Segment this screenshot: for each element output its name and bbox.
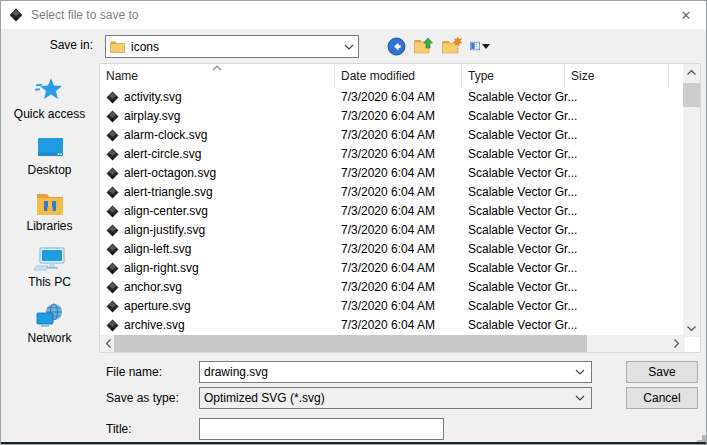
save-button[interactable]: Save (626, 361, 698, 383)
up-one-level-button[interactable] (414, 36, 434, 56)
file-row[interactable]: align-justify.svg 7/3/2020 6:04 AM Scala… (100, 221, 685, 240)
save-as-type-label: Save as type: (106, 391, 179, 405)
horizontal-scrollbar[interactable] (100, 335, 685, 352)
sidebar-item-label: Libraries (26, 219, 72, 233)
view-menu-caret-icon (482, 44, 490, 49)
sidebar-item-this-pc[interactable]: This PC (5, 241, 95, 297)
file-date-modified: 7/3/2020 6:04 AM (341, 166, 435, 180)
chevron-down-icon (575, 369, 585, 375)
file-name: align-left.svg (124, 242, 191, 256)
column-header-name[interactable]: Name (100, 64, 335, 88)
file-date-modified: 7/3/2020 6:04 AM (341, 128, 435, 142)
file-row[interactable]: anchor.svg 7/3/2020 6:04 AM Scalable Vec… (100, 278, 685, 297)
file-name: alert-circle.svg (124, 147, 201, 161)
file-name: activity.svg (124, 90, 182, 104)
titlebar: Select file to save to ✕ (1, 1, 706, 29)
column-separator[interactable] (334, 64, 335, 88)
file-type: Scalable Vector Gr... (468, 185, 577, 199)
scroll-up-arrow-icon[interactable] (683, 64, 700, 81)
file-row[interactable]: archive.svg 7/3/2020 6:04 AM Scalable Ve… (100, 316, 685, 335)
file-date-modified: 7/3/2020 6:04 AM (341, 204, 435, 218)
inkscape-file-icon (106, 319, 119, 332)
scroll-down-arrow-icon[interactable] (683, 320, 700, 337)
file-name: alarm-clock.svg (124, 128, 207, 142)
column-header-date-modified[interactable]: Date modified (335, 64, 462, 88)
navigation-toolbar (386, 34, 490, 58)
file-type: Scalable Vector Gr... (468, 242, 577, 256)
file-type: Scalable Vector Gr... (468, 147, 577, 161)
file-name: airplay.svg (124, 109, 180, 123)
sidebar-item-libraries[interactable]: Libraries (5, 185, 95, 241)
file-row[interactable]: align-right.svg 7/3/2020 6:04 AM Scalabl… (100, 259, 685, 278)
view-menu-button[interactable] (470, 36, 490, 56)
file-name-combobox[interactable]: drawing.svg (199, 361, 592, 383)
title-label: Title: (106, 422, 132, 436)
file-name-value: drawing.svg (204, 365, 268, 379)
file-name: alert-triangle.svg (124, 185, 213, 199)
file-row[interactable]: aperture.svg 7/3/2020 6:04 AM Scalable V… (100, 297, 685, 316)
cancel-button[interactable]: Cancel (626, 387, 698, 409)
file-type: Scalable Vector Gr... (468, 299, 577, 313)
inkscape-file-icon (106, 300, 119, 313)
back-icon (387, 37, 406, 56)
this-pc-icon (34, 241, 66, 273)
column-separator[interactable] (461, 64, 462, 88)
main-area: Quick access Desktop (1, 63, 706, 353)
sidebar-item-label: Network (27, 331, 71, 345)
column-separator[interactable] (668, 64, 669, 88)
new-folder-icon (442, 37, 462, 55)
sidebar-item-label: Desktop (27, 163, 71, 177)
column-header-type[interactable]: Type (462, 64, 565, 88)
file-date-modified: 7/3/2020 6:04 AM (341, 185, 435, 199)
title-input[interactable] (199, 418, 444, 440)
file-row[interactable]: alert-circle.svg 7/3/2020 6:04 AM Scalab… (100, 145, 685, 164)
file-type: Scalable Vector Gr... (468, 204, 577, 218)
desktop-icon (35, 129, 65, 161)
file-row[interactable]: alert-triangle.svg 7/3/2020 6:04 AM Scal… (100, 183, 685, 202)
save-in-combobox[interactable]: icons (105, 35, 359, 58)
file-date-modified: 7/3/2020 6:04 AM (341, 242, 435, 256)
sidebar-item-network[interactable]: Network (5, 297, 95, 353)
inkscape-file-icon (106, 167, 119, 180)
file-row[interactable]: align-left.svg 7/3/2020 6:04 AM Scalable… (100, 240, 685, 259)
file-name: align-center.svg (124, 204, 208, 218)
file-date-modified: 7/3/2020 6:04 AM (341, 299, 435, 313)
column-separator[interactable] (564, 64, 565, 88)
resize-grip[interactable] (694, 432, 702, 440)
save-in-row: Save in: icons (1, 29, 706, 63)
sidebar-item-label: Quick access (14, 107, 85, 121)
sidebar-item-desktop[interactable]: Desktop (5, 129, 95, 185)
sidebar-item-quick-access[interactable]: Quick access (5, 73, 95, 129)
file-date-modified: 7/3/2020 6:04 AM (341, 90, 435, 104)
file-date-modified: 7/3/2020 6:04 AM (341, 147, 435, 161)
back-button[interactable] (386, 36, 406, 56)
file-row[interactable]: alarm-clock.svg 7/3/2020 6:04 AM Scalabl… (100, 126, 685, 145)
file-row[interactable]: airplay.svg 7/3/2020 6:04 AM Scalable Ve… (100, 107, 685, 126)
file-name: alert-octagon.svg (124, 166, 216, 180)
file-row[interactable]: activity.svg 7/3/2020 6:04 AM Scalable V… (100, 88, 685, 107)
save-as-type-value: Optimized SVG (*.svg) (204, 391, 325, 405)
vertical-scroll-thumb[interactable] (683, 83, 700, 107)
inkscape-file-icon (106, 243, 119, 256)
file-date-modified: 7/3/2020 6:04 AM (341, 261, 435, 275)
file-date-modified: 7/3/2020 6:04 AM (341, 109, 435, 123)
close-button[interactable]: ✕ (666, 1, 706, 29)
horizontal-scroll-thumb[interactable] (114, 335, 587, 352)
file-name: align-right.svg (124, 261, 199, 275)
save-as-type-combobox[interactable]: Optimized SVG (*.svg) (199, 387, 592, 409)
file-list: Name Date modified Type Size (99, 63, 701, 353)
file-type: Scalable Vector Gr... (468, 109, 577, 123)
file-name: anchor.svg (124, 280, 182, 294)
save-file-dialog: Select file to save to ✕ Save in: icons (0, 0, 707, 445)
file-name: archive.svg (124, 318, 185, 332)
file-date-modified: 7/3/2020 6:04 AM (341, 280, 435, 294)
places-sidebar: Quick access Desktop (1, 63, 98, 353)
vertical-scrollbar[interactable] (683, 64, 700, 337)
new-folder-button[interactable] (442, 36, 462, 56)
column-header-size[interactable]: Size (565, 64, 669, 88)
scroll-right-arrow-icon[interactable] (668, 335, 685, 352)
folder-icon (110, 40, 125, 53)
file-row[interactable]: align-center.svg 7/3/2020 6:04 AM Scalab… (100, 202, 685, 221)
inkscape-file-icon (106, 148, 119, 161)
file-row[interactable]: alert-octagon.svg 7/3/2020 6:04 AM Scala… (100, 164, 685, 183)
